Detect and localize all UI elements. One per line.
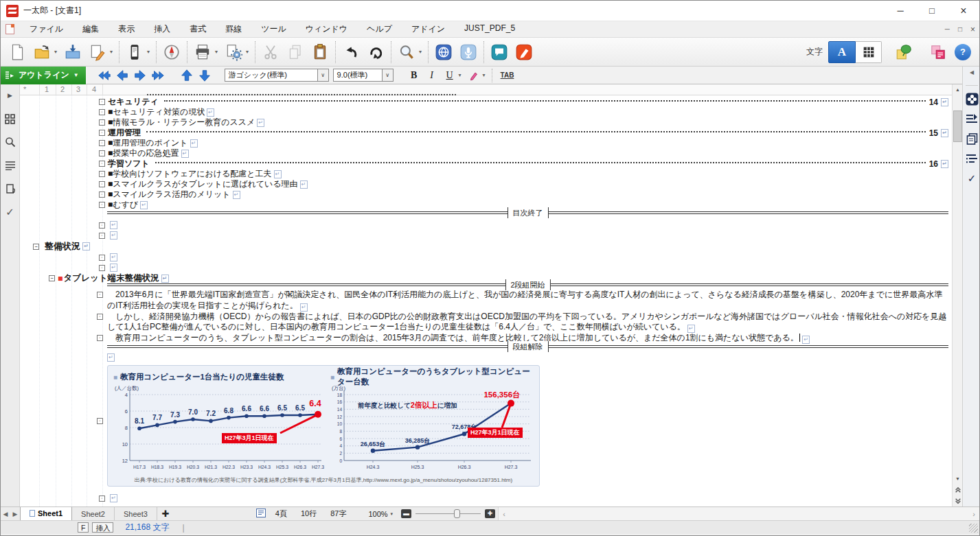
check-panel-icon[interactable]: ✓	[965, 172, 979, 185]
outline-collapse-icon[interactable]	[99, 191, 105, 198]
zoom-level[interactable]: 100%	[368, 510, 387, 518]
sheet-tab-Sheet3[interactable]: Sheet3	[115, 507, 157, 521]
doc-close-button[interactable]: ×	[970, 25, 975, 34]
outline-collapse-icon[interactable]	[99, 109, 105, 115]
doc-minimize-button[interactable]: ─	[945, 25, 950, 33]
cut-button[interactable]	[258, 40, 283, 65]
toc-item[interactable]: ■セキュリティ対策の現状	[99, 107, 948, 117]
zoom-dropdown-icon[interactable]: ▾	[391, 511, 394, 517]
outline-collapse-icon[interactable]	[99, 140, 105, 146]
font-family-dropdown-icon[interactable]: ∨	[317, 69, 328, 81]
outline-collapse-icon[interactable]	[99, 150, 105, 156]
voice-input-button[interactable]	[456, 40, 481, 65]
menu-item-9[interactable]: アドイン	[402, 21, 455, 37]
toc-item[interactable]: ■学校向けソフトウェアにおける配慮と工夫	[99, 169, 948, 179]
hscroll-left-icon[interactable]: ‹	[499, 510, 510, 518]
bold-button[interactable]: B	[405, 68, 423, 83]
font-family-select[interactable]: 游ゴシック(標準) ∨	[225, 69, 329, 82]
move-last-button[interactable]	[149, 68, 167, 83]
copy-button[interactable]	[283, 40, 308, 65]
resize-grip[interactable]	[969, 524, 978, 533]
print-settings-button[interactable]	[221, 40, 246, 65]
zoom-slider-thumb[interactable]	[454, 509, 460, 518]
comment-tool-button[interactable]	[487, 40, 512, 65]
level-up-button[interactable]	[178, 68, 196, 83]
menu-item-1[interactable]: 編集	[73, 21, 109, 37]
char-style-button[interactable]: A	[828, 41, 856, 63]
sidebar-page-flip-icon[interactable]	[3, 182, 17, 196]
search-button[interactable]	[394, 40, 419, 65]
empty-paragraph[interactable]	[99, 220, 117, 230]
body-paragraph[interactable]: 2013年6月に「世界最先端IT国家創造宣言」が閣議決定され、国民全体のIT利活…	[97, 290, 950, 312]
help-button[interactable]: ?	[955, 44, 971, 60]
move-next-button[interactable]	[131, 68, 149, 83]
outline-collapse-icon[interactable]	[97, 314, 103, 320]
menu-item-10[interactable]: JUST_PDF_5	[455, 21, 525, 37]
layout-parts-button[interactable]	[926, 40, 950, 65]
sheet-tab-Sheet1[interactable]: Sheet1	[20, 507, 72, 521]
search-dropdown-icon[interactable]	[419, 40, 425, 65]
italic-button[interactable]: I	[423, 68, 441, 83]
menu-item-5[interactable]: 罫線	[216, 21, 251, 37]
font-size-select[interactable]: 9.0(標準) ∨	[333, 69, 394, 82]
outline-collapse-icon[interactable]	[99, 202, 105, 208]
chart-object[interactable]: ■教育用コンピューター1台当たりの児童生徒数 (人／台数)4681012H17.…	[107, 365, 540, 487]
zoom-slider[interactable]	[415, 509, 481, 518]
sidebar-grid-icon[interactable]	[3, 112, 17, 126]
document-icon[interactable]	[5, 24, 14, 34]
sheet-prev-icon[interactable]: ◀	[1, 511, 10, 517]
menu-item-2[interactable]: 表示	[109, 21, 144, 37]
zoom-out-button[interactable]: ▬	[401, 509, 411, 518]
undo-button[interactable]	[339, 40, 363, 65]
toc-item[interactable]: セキュリティ14	[99, 97, 948, 107]
vertical-scrollbar[interactable]: ▲ ▼	[952, 84, 962, 506]
empty-paragraph[interactable]	[99, 231, 117, 240]
save-button[interactable]	[60, 40, 85, 65]
menu-item-7[interactable]: ウィンドウ	[296, 21, 357, 37]
sidebar-list-icon[interactable]	[3, 159, 17, 172]
menu-item-8[interactable]: ヘルプ	[357, 21, 402, 37]
document-canvas[interactable]: * 1234 セキュリティ14■セキュリティ対策の現状■情報モラル・リテラシー教…	[20, 84, 952, 506]
toc-item[interactable]: ■運用管理のポイント	[99, 138, 948, 148]
heading-level1[interactable]: 整備状況	[33, 240, 90, 253]
print-settings-dropdown-icon[interactable]	[246, 40, 252, 65]
zoom-in-button[interactable]: ✚	[485, 509, 495, 518]
sidebar-search-icon[interactable]	[3, 135, 17, 149]
page-layout-icon[interactable]	[256, 509, 269, 519]
outline-collapse-icon[interactable]	[97, 418, 103, 424]
move-first-button[interactable]	[95, 68, 113, 83]
underline-dropdown-icon[interactable]	[459, 68, 465, 83]
horizontal-scrollbar[interactable]: ‹ ›	[498, 507, 979, 521]
outline-collapse-icon[interactable]	[97, 335, 103, 341]
scroll-down-button[interactable]: ▼	[953, 474, 963, 484]
outline-collapse-icon[interactable]	[99, 255, 105, 261]
minimize-button[interactable]: ─	[885, 1, 916, 21]
outline-collapse-icon[interactable]	[99, 119, 105, 126]
scrollbar-thumb[interactable]	[953, 110, 962, 142]
f-key-indicator[interactable]: F	[78, 522, 89, 533]
tab-mark-button[interactable]: TAB	[501, 71, 514, 79]
page-up-button[interactable]	[953, 485, 963, 495]
format-pen-button[interactable]	[465, 68, 483, 83]
outline-collapse-icon[interactable]	[97, 292, 103, 298]
outline-collapse-icon[interactable]	[99, 233, 105, 239]
close-button[interactable]: ×	[948, 1, 979, 21]
toc-item[interactable]: ■情報モラル・リテラシー教育のススメ	[99, 117, 948, 128]
menu-item-0[interactable]: ファイル	[20, 21, 73, 37]
outline-expand-icon[interactable]	[33, 244, 39, 250]
heading-level2[interactable]: ■ タブレット端末整備状況	[49, 272, 169, 284]
toc-item[interactable]: ■スマイルクラス活用のメリット	[99, 189, 948, 200]
body-paragraph[interactable]: しかし、経済開発協力機構（OECD）からの報告書によれば、日本のGDP比の公的財…	[97, 312, 950, 334]
format-pen-dropdown-icon[interactable]	[483, 68, 489, 83]
empty-paragraph[interactable]	[99, 493, 117, 503]
outline-collapse-icon[interactable]	[99, 171, 105, 177]
highlight-pen-button[interactable]	[512, 40, 536, 65]
menu-item-6[interactable]: ツール	[251, 21, 296, 37]
print-button[interactable]	[190, 40, 215, 65]
toc-item[interactable]: 運用管理15	[99, 128, 948, 138]
sidebar-play-icon[interactable]: ▶	[3, 89, 17, 102]
empty-paragraph[interactable]	[99, 253, 117, 262]
view-mode-button[interactable]: アウトライン ▼	[1, 67, 86, 84]
doc-restore-button[interactable]: □	[958, 25, 962, 33]
open-dropdown-icon[interactable]	[54, 40, 60, 65]
